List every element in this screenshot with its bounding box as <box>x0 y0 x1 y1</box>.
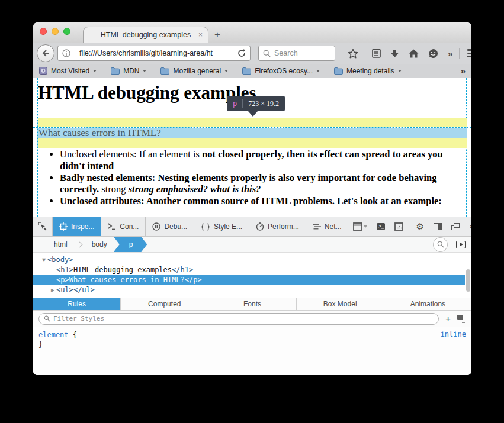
tab-debugger[interactable]: Debu... <box>146 217 194 236</box>
tab-box-model[interactable]: Box Model <box>297 298 384 310</box>
download-arrow-icon <box>390 49 399 58</box>
tooltip-arrow <box>248 111 258 117</box>
highlighted-paragraph: What causes errors in HTML? <box>38 128 467 138</box>
info-icon[interactable] <box>62 49 70 57</box>
picker-cursor-icon <box>38 222 47 231</box>
close-window-button[interactable] <box>40 28 47 35</box>
add-rule-button[interactable]: + <box>445 314 451 323</box>
bookmark-star-button[interactable] <box>343 49 363 59</box>
markup-row-ul[interactable]: ▶ <ul></ul> <box>33 285 465 295</box>
console-icon <box>108 223 116 230</box>
frame-icon <box>353 222 362 231</box>
markup-row-h1[interactable]: <h1>HTML debugging examples</h1> <box>33 265 465 275</box>
bookmark-mozilla-general[interactable]: Mozilla general <box>160 67 228 75</box>
tab-computed[interactable]: Computed <box>121 298 208 310</box>
page-bullet-list: Unclosed elements: If an element is not … <box>38 148 468 207</box>
hello-button[interactable] <box>423 49 443 59</box>
scratchpad-button[interactable] <box>390 222 408 231</box>
chevron-down-icon <box>143 70 146 72</box>
folder-icon <box>334 67 343 75</box>
triangle-right-icon <box>460 243 463 246</box>
rule-selector-line[interactable]: element { <box>38 330 466 340</box>
tab-animations[interactable]: Animations <box>384 298 471 310</box>
home-button[interactable] <box>404 49 423 58</box>
nav-icon-row: » <box>343 48 471 59</box>
undock-button[interactable] <box>447 223 464 230</box>
bookmarks-overflow-button[interactable]: » <box>461 66 466 76</box>
expander-icon[interactable]: ▶ <box>49 285 56 295</box>
braces-icon <box>201 223 210 231</box>
command-line-icon: >_ <box>377 223 385 230</box>
chevron-down-icon <box>93 70 97 72</box>
tab-close-icon[interactable]: × <box>198 31 203 39</box>
close-devtools-button[interactable]: × <box>464 222 471 231</box>
expand-sidebar-button[interactable] <box>456 241 466 248</box>
reload-icon[interactable] <box>237 49 246 57</box>
page-viewport: HTML debugging examples What causes erro… <box>33 78 471 217</box>
expander-icon[interactable]: ▼ <box>40 255 47 265</box>
filter-styles-input[interactable] <box>53 315 434 322</box>
tab-label: Perform... <box>268 222 299 231</box>
tab-performance[interactable]: Perform... <box>249 217 306 236</box>
tab-network[interactable]: Net... <box>306 217 349 236</box>
tab-label: Debu... <box>164 222 187 231</box>
pseudo-class-panel-button[interactable] <box>457 315 466 323</box>
tab-console[interactable]: Con... <box>101 217 146 236</box>
tab-inspector[interactable]: Inspe... <box>53 217 101 236</box>
rule-close-line: } <box>38 340 466 349</box>
markup-row-p-selected[interactable]: <p>What causes errors in HTML?</p> <box>33 275 465 285</box>
search-input[interactable] <box>274 49 330 57</box>
breadcrumb-p-selected[interactable]: p <box>114 237 147 252</box>
back-button[interactable] <box>37 44 54 62</box>
node-infobar-tooltip: p 723 × 19.2 <box>227 96 285 111</box>
tab-style-editor[interactable]: Style E... <box>194 217 249 236</box>
bookmarks-toolbar: Most Visited MDN Mozilla general Firefox… <box>33 64 471 78</box>
bookmark-most-visited[interactable]: Most Visited <box>39 67 97 75</box>
dock-side-button[interactable] <box>429 223 447 230</box>
markup-scrollbar-thumb[interactable] <box>466 269 470 292</box>
folder-icon <box>160 67 169 75</box>
filter-styles-box[interactable] <box>38 313 439 325</box>
zoom-window-button[interactable] <box>63 28 70 35</box>
markup-view: ▼ <body> <h1>HTML debugging examples</h1… <box>33 253 471 298</box>
bookmarks-menu-button[interactable] <box>367 49 386 58</box>
minimize-window-button[interactable] <box>52 28 59 35</box>
markup-search-button[interactable] <box>433 237 448 252</box>
devtools-toolbar-right: >_ ⚙ × <box>348 217 471 236</box>
url-input[interactable] <box>79 49 229 57</box>
bookmark-meeting-details[interactable]: Meeting details <box>334 67 402 75</box>
breadcrumb-html[interactable]: html <box>45 237 76 252</box>
tab-label: Style E... <box>214 222 242 231</box>
url-bar[interactable] <box>57 46 251 61</box>
list-item: Badly nested elements: Nesting elements … <box>60 172 468 195</box>
breadcrumb-body[interactable]: body <box>83 237 116 252</box>
tooltip-tag-name: p <box>233 99 237 108</box>
developer-toolbar-button[interactable]: >_ <box>372 223 390 230</box>
chevron-down-icon <box>364 225 367 228</box>
sidebar-tabs: Rules Computed Fonts Box Model Animation… <box>33 298 471 311</box>
search-box[interactable] <box>258 46 335 61</box>
bookmark-label: Mozilla general <box>173 67 221 75</box>
bookmark-mdn[interactable]: MDN <box>111 67 146 75</box>
element-picker-button[interactable] <box>33 217 53 236</box>
traffic-lights <box>40 28 70 35</box>
highlighter-margin-top <box>38 118 467 127</box>
frame-select-button[interactable] <box>348 222 372 231</box>
rule-origin-link[interactable]: inline <box>441 330 466 338</box>
downloads-button[interactable] <box>386 49 404 58</box>
dock-side-icon <box>434 223 442 230</box>
bookmark-firefoxos-ecosystem[interactable]: FirefoxOS ecosy... <box>242 67 320 75</box>
markup-row-body[interactable]: ▼ <body> <box>33 255 465 265</box>
highlighter-guide-horizontal-top <box>33 127 471 128</box>
tab-rules[interactable]: Rules <box>33 298 121 310</box>
bookmark-label: MDN <box>123 67 139 75</box>
titlebar: HTML debugging examples × + <box>33 22 471 43</box>
toolbar-overflow-button[interactable]: » <box>443 49 457 59</box>
new-tab-button[interactable]: + <box>214 29 220 41</box>
breadcrumb-bar: html body p <box>33 237 471 253</box>
tab-fonts[interactable]: Fonts <box>208 298 296 310</box>
settings-button[interactable]: ⚙ <box>411 221 428 232</box>
tab-title: HTML debugging examples <box>101 31 191 39</box>
menu-button[interactable] <box>461 49 471 57</box>
browser-tab[interactable]: HTML debugging examples × <box>83 27 208 43</box>
